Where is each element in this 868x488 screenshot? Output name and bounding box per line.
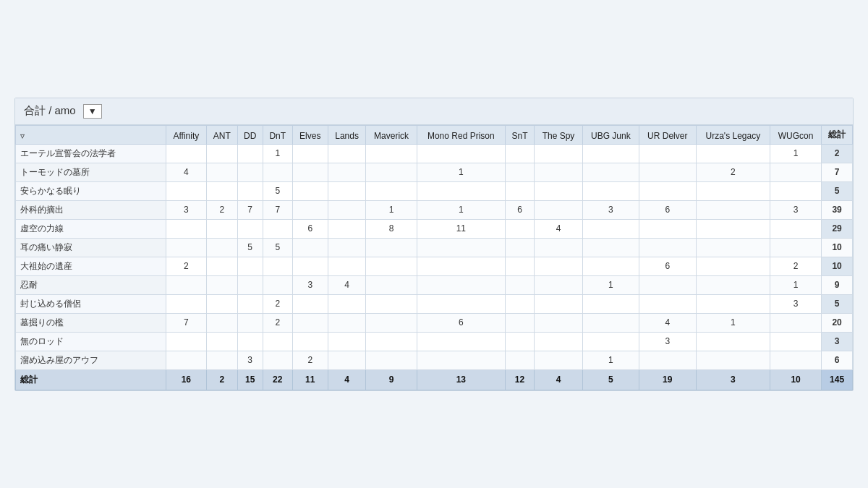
cell-the_spy xyxy=(535,200,583,219)
cell-the_spy: 4 xyxy=(535,219,583,238)
cell-total: 9 xyxy=(822,275,853,294)
cell-mono_red_prison xyxy=(417,332,505,351)
cell-mono_red_prison xyxy=(417,181,505,200)
row-label: 溜め込み屋のアウフ xyxy=(16,351,166,369)
col-header-maverick: Maverick xyxy=(366,125,417,144)
cell-total: 29 xyxy=(822,219,853,238)
cell-ur_delver: 6 xyxy=(639,200,696,219)
cell-mono_red_prison: 1 xyxy=(417,163,505,181)
cell-ubg_junk xyxy=(582,144,639,163)
cell-ur_delver xyxy=(639,294,696,313)
cell-the_spy xyxy=(535,313,583,332)
cell-ur_delver: 3 xyxy=(639,332,696,351)
col-header-wugcon: WUGcon xyxy=(770,125,822,144)
cell-mono_red_prison xyxy=(417,351,505,369)
footer-row: 総計 16 2 15 22 11 4 9 13 12 4 5 19 3 10 1… xyxy=(16,369,853,390)
cell-affinity: 4 xyxy=(166,163,206,181)
cell-urzas_legacy xyxy=(696,275,770,294)
cell-dnt xyxy=(263,219,292,238)
footer-lands: 4 xyxy=(328,369,366,390)
filter-icon[interactable]: ▿ xyxy=(20,131,25,141)
cell-lands xyxy=(328,332,366,351)
cell-ant: 2 xyxy=(206,200,237,219)
cell-ur_delver xyxy=(639,275,696,294)
table-row: 安らかなる眠り55 xyxy=(16,181,853,200)
cell-mono_red_prison xyxy=(417,275,505,294)
cell-snt xyxy=(505,219,534,238)
cell-dnt: 7 xyxy=(263,200,292,219)
cell-mono_red_prison xyxy=(417,144,505,163)
cell-dnt: 5 xyxy=(263,238,292,257)
cell-lands xyxy=(328,351,366,369)
cell-ur_delver xyxy=(639,181,696,200)
cell-urzas_legacy xyxy=(696,294,770,313)
row-label: 耳の痛い静寂 xyxy=(16,238,166,257)
cell-ur_delver xyxy=(639,351,696,369)
col-header-rowlabel: ▿ xyxy=(16,125,166,144)
cell-urzas_legacy: 1 xyxy=(696,313,770,332)
cell-lands xyxy=(328,294,366,313)
cell-maverick xyxy=(366,181,417,200)
footer-ant: 2 xyxy=(206,369,237,390)
cell-ur_delver xyxy=(639,163,696,181)
cell-dnt: 5 xyxy=(263,181,292,200)
table-row: 封じ込める僧侶235 xyxy=(16,294,853,313)
cell-urzas_legacy xyxy=(696,219,770,238)
cell-ubg_junk: 1 xyxy=(582,351,639,369)
cell-ur_delver: 4 xyxy=(639,313,696,332)
cell-wugcon xyxy=(770,332,822,351)
cell-ur_delver xyxy=(639,238,696,257)
col-header-urzas-legacy: Urza's Legacy xyxy=(696,125,770,144)
cell-dd xyxy=(237,163,263,181)
cell-the_spy xyxy=(535,351,583,369)
cell-affinity xyxy=(166,351,206,369)
cell-ur_delver xyxy=(639,219,696,238)
row-label: 外科的摘出 xyxy=(16,200,166,219)
cell-dnt xyxy=(263,275,292,294)
cell-dd xyxy=(237,332,263,351)
col-header-lands: Lands xyxy=(328,125,366,144)
cell-ant xyxy=(206,181,237,200)
cell-dnt xyxy=(263,332,292,351)
cell-ant xyxy=(206,144,237,163)
cell-elves: 6 xyxy=(292,219,328,238)
cell-affinity xyxy=(166,294,206,313)
dropdown-button[interactable]: ▼ xyxy=(83,104,102,119)
cell-affinity: 7 xyxy=(166,313,206,332)
cell-dnt xyxy=(263,257,292,275)
main-container: 合計 / amo ▼ ▿ Affinity ANT DD DnT Elves L… xyxy=(14,98,854,391)
col-header-ur-delver: UR Delver xyxy=(639,125,696,144)
cell-dd xyxy=(237,275,263,294)
cell-wugcon xyxy=(770,219,822,238)
cell-the_spy xyxy=(535,144,583,163)
row-label: 大祖始の遺産 xyxy=(16,257,166,275)
cell-mono_red_prison: 11 xyxy=(417,219,505,238)
footer-mono-red-prison: 13 xyxy=(417,369,505,390)
table-row: 溜め込み屋のアウフ3216 xyxy=(16,351,853,369)
footer-label: 総計 xyxy=(16,369,166,390)
table-row: 忍耐34119 xyxy=(16,275,853,294)
col-header-ubg-junk: UBG Junk xyxy=(582,125,639,144)
row-label: 無のロッド xyxy=(16,332,166,351)
cell-wugcon xyxy=(770,181,822,200)
cell-the_spy xyxy=(535,257,583,275)
cell-elves xyxy=(292,200,328,219)
cell-elves xyxy=(292,181,328,200)
cell-the_spy xyxy=(535,275,583,294)
cell-total: 2 xyxy=(822,144,853,163)
cell-elves: 3 xyxy=(292,275,328,294)
cell-elves xyxy=(292,163,328,181)
cell-dd xyxy=(237,313,263,332)
col-header-elves: Elves xyxy=(292,125,328,144)
cell-snt xyxy=(505,257,534,275)
cell-ant xyxy=(206,313,237,332)
cell-ubg_junk xyxy=(582,294,639,313)
cell-maverick xyxy=(366,351,417,369)
col-header-affinity: Affinity xyxy=(166,125,206,144)
cell-wugcon: 2 xyxy=(770,257,822,275)
cell-urzas_legacy xyxy=(696,257,770,275)
cell-total: 20 xyxy=(822,313,853,332)
cell-urzas_legacy xyxy=(696,200,770,219)
table-header: 合計 / amo ▼ xyxy=(15,98,853,125)
cell-snt xyxy=(505,332,534,351)
